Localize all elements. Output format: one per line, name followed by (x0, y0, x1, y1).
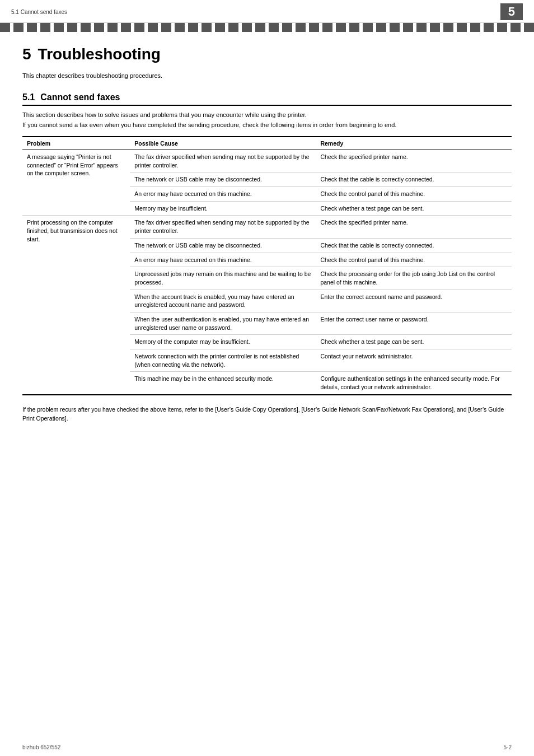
chapter-heading: 5 Troubleshooting (22, 45, 512, 63)
cause-cell: An error may have occurred on this machi… (130, 187, 316, 202)
remedy-cell: Enter the correct account name and passw… (316, 290, 512, 312)
page-footer: bizhub 652/552 5-2 (0, 744, 534, 750)
col-header-remedy: Remedy (316, 137, 512, 150)
remedy-cell: Configure authentication settings in the… (316, 372, 512, 395)
col-header-cause: Possible Cause (130, 137, 316, 150)
cause-cell: When the account track is enabled, you m… (130, 290, 316, 312)
section-intro1: This section describes how to solve issu… (22, 111, 512, 118)
problem-cell: Print processing on the computer finishe… (22, 216, 130, 395)
header-left-text: 5.1 Cannot send faxes (11, 9, 67, 15)
page-header: 5.1 Cannot send faxes 5 (0, 0, 534, 23)
cause-cell: Unprocessed jobs may remain on this mach… (130, 267, 316, 290)
table-row: Print processing on the computer finishe… (22, 216, 512, 238)
stripe-bar (0, 23, 534, 32)
cause-cell: The fax driver specified when sending ma… (130, 150, 316, 172)
remedy-cell: Check the specified printer name. (316, 216, 512, 238)
cause-cell: Memory of the computer may be insufficie… (130, 335, 316, 349)
remedy-cell: Enter the correct user name or password. (316, 312, 512, 334)
section-intro2: If you cannot send a fax even when you h… (22, 122, 512, 128)
cause-cell: An error may have occurred on this machi… (130, 253, 316, 267)
remedy-cell: Check whether a test page can be sent. (316, 201, 512, 216)
col-header-problem: Problem (22, 137, 130, 150)
main-content: 5 Troubleshooting This chapter describes… (0, 32, 534, 440)
remedy-cell: Check that the cable is correctly connec… (316, 172, 512, 187)
section-number: 5.1 (22, 92, 35, 102)
remedy-cell: Check the processing order for the job u… (316, 267, 512, 290)
cause-cell: The network or USB cable may be disconne… (130, 238, 316, 253)
footer-note: If the problem recurs after you have che… (22, 405, 512, 423)
footer-page: 5-2 (504, 744, 512, 750)
section-title: Cannot send faxes (40, 92, 120, 102)
table-row: A message saying “Printer is not connect… (22, 150, 512, 172)
chapter-number: 5 (22, 45, 31, 63)
cause-cell: The fax driver specified when sending ma… (130, 216, 316, 238)
cause-cell: When the user authentication is enabled,… (130, 312, 316, 334)
problem-cell: A message saying “Printer is not connect… (22, 150, 130, 216)
remedy-cell: Check that the cable is correctly connec… (316, 238, 512, 253)
chapter-badge: 5 (500, 3, 523, 20)
cause-cell: The network or USB cable may be disconne… (130, 172, 316, 187)
remedy-cell: Check the specified printer name. (316, 150, 512, 172)
remedy-cell: Check the control panel of this machine. (316, 187, 512, 202)
cause-cell: Memory may be insufficient. (130, 201, 316, 216)
footer-product: bizhub 652/552 (22, 744, 60, 750)
section-heading: 5.1 Cannot send faxes (22, 92, 512, 106)
cause-cell: This machine may be in the enhanced secu… (130, 372, 316, 395)
remedy-cell: Check whether a test page can be sent. (316, 335, 512, 349)
chapter-intro: This chapter describes troubleshooting p… (22, 72, 512, 79)
remedy-cell: Check the control panel of this machine. (316, 253, 512, 267)
troubleshooting-table: Problem Possible Cause Remedy A message … (22, 136, 512, 395)
chapter-title: Troubleshooting (38, 45, 161, 63)
cause-cell: Network connection with the printer cont… (130, 349, 316, 372)
remedy-cell: Contact your network administrator. (316, 349, 512, 372)
